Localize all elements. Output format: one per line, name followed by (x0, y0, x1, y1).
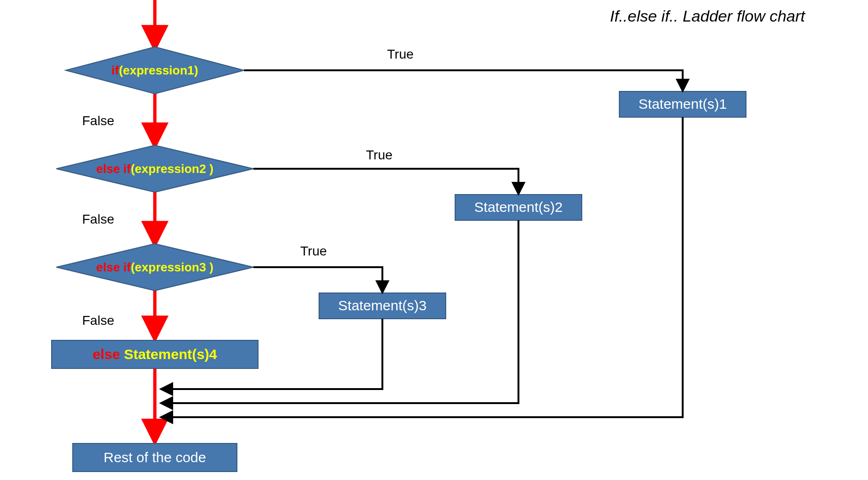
svg-text:Statement(s)1: Statement(s)1 (639, 96, 727, 112)
svg-text:Statement(s)3: Statement(s)3 (338, 298, 426, 313)
svg-text:if(expression1): if(expression1) (112, 63, 198, 77)
chart-title: If..else if.. Ladder flow chart (610, 7, 805, 25)
flowchart-canvas: if(expression1) else if(expression2 ) el… (0, 0, 868, 480)
statement-2-box: Statement(s)2 (455, 195, 582, 220)
label-false-1: False (82, 113, 114, 128)
label-true-1: True (387, 47, 414, 62)
label-true-2: True (366, 148, 393, 163)
svg-text:else Statement(s)4: else Statement(s)4 (92, 346, 217, 362)
decision-elseif-1: else if(expression2 ) (56, 145, 253, 192)
svg-text:Statement(s)2: Statement(s)2 (474, 199, 563, 215)
label-true-3: True (300, 244, 327, 259)
label-false-3: False (82, 313, 114, 328)
svg-text:else if(expression3 ): else if(expression3 ) (96, 260, 213, 274)
svg-text:else if(expression2 ): else if(expression2 ) (96, 162, 213, 176)
else-statement-box: else Statement(s)4 (52, 340, 258, 368)
decision-elseif-2: else if(expression3 ) (56, 244, 253, 291)
label-false-2: False (82, 212, 114, 227)
decision-if: if(expression1) (66, 47, 244, 94)
statement-1-box: Statement(s)1 (619, 91, 746, 117)
svg-text:Rest of the code: Rest of the code (104, 450, 206, 465)
rest-of-code-box: Rest of the code (73, 443, 237, 472)
statement-3-box: Statement(s)3 (319, 293, 446, 319)
